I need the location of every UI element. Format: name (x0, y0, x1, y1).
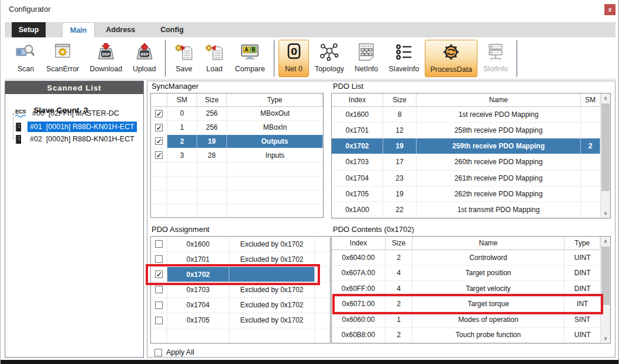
table-row[interactable]: 0x1705 19 262th receive PDO Mapping (332, 186, 600, 202)
empty-row (151, 204, 323, 217)
table-row[interactable]: 0x607A:00 4 Target position DINT (332, 266, 600, 282)
row-checkbox[interactable] (155, 317, 163, 324)
tab-strip: Setup Main Address Config (5, 22, 615, 37)
window-bottom-border (1, 360, 618, 364)
table-row[interactable]: 0x1701 12 258th receive PDO Mapping (332, 123, 600, 138)
toolbar-separator (165, 40, 166, 77)
table-row-highlighted[interactable]: 0x6071:00 2 Target torque INT (332, 297, 600, 313)
toolbar-button-label: Topology (315, 65, 344, 73)
tab-config[interactable]: Config (146, 22, 198, 37)
pdocontents-title: PDO Contents (0x1702) (333, 225, 414, 234)
table-row[interactable]: 0x6060:00 1 Modes of operation SINT (332, 312, 600, 328)
tree-item-master[interactable]: ECS #00 [02FFh] MASTER-DC (13, 108, 122, 119)
pdoassignment-table: 0x1600 Excluded by 0x1702 0x1701 Exclude… (150, 236, 331, 344)
toolbar-button-load[interactable]: Load (200, 40, 229, 77)
table-row[interactable]: 0x6040:00 2 Controlword UINT (332, 250, 600, 266)
scanned-list-header: Scanned List (5, 81, 143, 94)
toolbar-button-label: ProcessData (430, 65, 472, 74)
row-checkbox[interactable] (155, 151, 163, 159)
table-row[interactable]: 0x1600 Excluded by 0x1702 (151, 237, 330, 252)
scroll-up-icon[interactable]: ∧ (601, 93, 610, 103)
toolbar-button-netinfo[interactable]: NetInfo (350, 40, 383, 77)
table-row-selected[interactable]: 0x1702 19 259th receive PDO Mapping 2 (332, 138, 600, 154)
table-header: SM Size Type (151, 93, 323, 107)
pdocontents-scrollbar[interactable]: ∧ ∨ (600, 237, 610, 343)
table-row[interactable]: 0 256 MBoxOut (151, 107, 323, 121)
toolbar-button-processdata[interactable]: ProcessData (425, 40, 477, 77)
table-row[interactable]: 0x1701 Excluded by 0x1702 (151, 252, 330, 267)
row-checkbox[interactable] (155, 286, 163, 293)
scroll-down-icon[interactable]: ∨ (601, 209, 610, 218)
row-checkbox[interactable] (155, 137, 163, 145)
empty-row (151, 190, 323, 204)
ecs-master-icon: ECS (13, 109, 27, 117)
syncmanager-title: SyncManager (152, 82, 198, 91)
table-row[interactable]: 0x1600 8 1st receive PDO Mapping (332, 107, 600, 123)
scroll-thumb[interactable] (601, 247, 610, 305)
tree-item-label: #00 [02FFh] MASTER-DC (30, 108, 122, 119)
tree-item-label: #01 [0001h] R88D-KN01H-ECT (27, 122, 137, 132)
toolbar-button-compare[interactable]: A B Compare (231, 40, 270, 77)
apply-all-label: Apply All (166, 348, 194, 356)
table-row[interactable]: 0x60B8:00 2 Touch probe function UINT (332, 328, 600, 344)
row-checkbox[interactable] (155, 240, 163, 248)
toolbar-button-label: ScanError (46, 65, 79, 73)
topology-icon (319, 43, 340, 63)
scanned-list-panel: Scanned List Slave Count 3 ECS #00 [02FF… (5, 81, 144, 358)
toolbar-button-label: Upload (133, 65, 156, 73)
toolbar-button-scan[interactable]: Scan (11, 40, 40, 77)
scroll-up-icon[interactable]: ∧ (601, 237, 610, 246)
dsp-key-text: DSP (140, 52, 149, 56)
scroll-down-icon[interactable]: ∨ (601, 334, 610, 343)
pdocontents-table: Index Size Name Type 0x6040:00 2 Control… (331, 236, 611, 344)
toolbar-button-save[interactable]: Save (170, 40, 199, 77)
table-row[interactable]: 0x1703 17 260th receive PDO Mapping (332, 154, 600, 170)
table-row-selected[interactable]: 2 19 Outputs (151, 135, 323, 149)
table-row[interactable]: 0x1A00 22 1st transmit PDO Mapping (332, 202, 600, 218)
scan-error-icon (53, 43, 73, 63)
apply-all-checkbox[interactable] (154, 349, 162, 356)
apply-all-control[interactable]: Apply All (154, 348, 194, 356)
tab-main[interactable]: Main (62, 22, 95, 37)
table-row[interactable]: 0x1704 Excluded by 0x1702 (151, 298, 330, 313)
tab-setup[interactable]: Setup (12, 22, 46, 37)
row-checkbox[interactable] (155, 271, 163, 278)
tab-address[interactable]: Address (95, 22, 146, 37)
toolbar: Scan ScanError DSP (5, 37, 615, 79)
scroll-thumb[interactable] (601, 103, 610, 191)
toolbar-button-download[interactable]: DSP Download (85, 40, 127, 77)
row-checkbox[interactable] (155, 301, 163, 309)
servo-drive-icon (16, 135, 21, 144)
table-row[interactable]: 0x60FF:00 4 Target velocity DINT (332, 281, 600, 297)
row-checkbox[interactable] (155, 110, 163, 117)
table-header: Index Size Name Type (332, 237, 600, 250)
configurator-window: Configurator x Setup Main Address Config… (0, 0, 619, 364)
compare-icon: A B (239, 43, 260, 63)
upload-dsp-icon: DSP (135, 43, 154, 63)
pdolist-scrollbar[interactable]: ∧ ∨ (600, 93, 610, 218)
table-row-selected[interactable]: 0x1702 (151, 267, 330, 282)
toolbar-button-topology[interactable]: Topology (310, 40, 349, 77)
close-button[interactable]: x (604, 4, 615, 15)
table-row[interactable]: 3 28 Inputs (151, 148, 323, 162)
toolbar-button-slotinfo[interactable]: SlotInfo (479, 40, 513, 77)
net0-icon: 0 (284, 43, 304, 63)
title-bar: Configurator x (1, 0, 618, 19)
table-row[interactable]: 0x1703 Excluded by 0x1702 (151, 282, 330, 297)
toolbar-button-label: Net 0 (285, 65, 302, 73)
row-checkbox[interactable] (155, 124, 163, 131)
tree-item-slave-02[interactable]: #02 [0002h] R88D-KN01H-ECT (13, 133, 137, 145)
tree-item-slave-01[interactable]: #01 [0001h] R88D-KN01H-ECT (13, 121, 137, 133)
load-icon (205, 43, 225, 63)
toolbar-button-upload[interactable]: DSP Upload (128, 40, 161, 77)
toolbar-button-label: Save (176, 65, 192, 73)
toolbar-button-scanerror[interactable]: ScanError (42, 40, 84, 77)
table-row[interactable]: 1 256 MBoxIn (151, 121, 323, 135)
toolbar-button-slaveinfo[interactable]: SlaveInfo (384, 40, 424, 77)
toolbar-button-label: Scan (18, 65, 35, 73)
toolbar-button-net0[interactable]: 0 Net 0 (278, 40, 309, 77)
table-row[interactable]: 0x1704 23 261th receive PDO Mapping (332, 171, 600, 186)
table-row[interactable]: 0x1705 Excluded by 0x1702 (151, 313, 330, 328)
row-checkbox[interactable] (155, 255, 163, 263)
toolbar-button-label: SlaveInfo (388, 65, 419, 73)
